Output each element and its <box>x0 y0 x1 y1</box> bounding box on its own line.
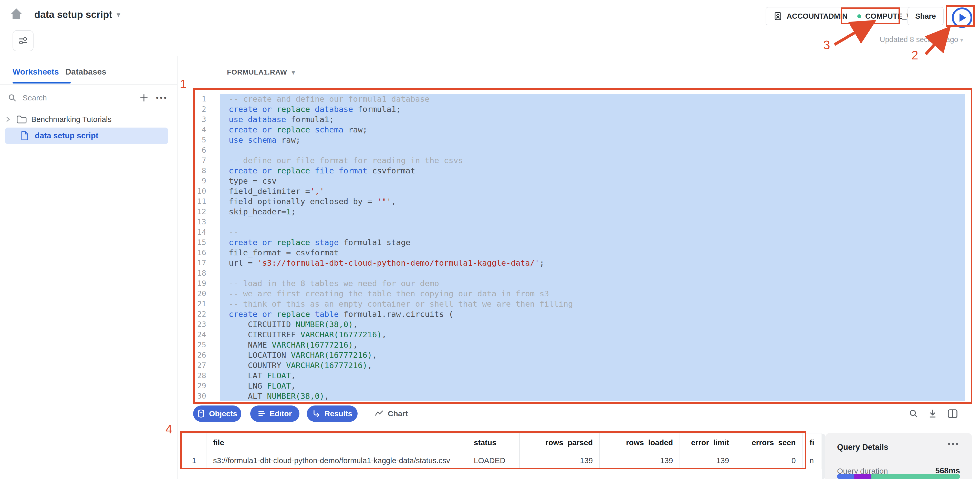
code-text <box>220 268 965 278</box>
line-number: 19 <box>193 278 206 288</box>
code-line[interactable]: 2create or replace database formula1; <box>193 104 965 114</box>
code-line[interactable]: 26 LOCATION VARCHAR(16777216), <box>193 350 965 360</box>
code-line[interactable]: 20-- we are first creating the table the… <box>193 288 965 299</box>
line-number: 17 <box>193 258 206 268</box>
chart-line-icon <box>374 410 384 418</box>
code-line[interactable]: 11field_optionally_enclosed_by = '"', <box>193 196 965 207</box>
line-number: 22 <box>193 309 206 319</box>
header-divider <box>0 56 980 56</box>
results-table-container[interactable]: filestatusrows_parsedrows_loadederror_li… <box>182 433 821 469</box>
home-button[interactable] <box>9 7 24 21</box>
query-details-menu-button[interactable]: ••• <box>948 439 960 448</box>
code-line[interactable]: 3use database formula1; <box>193 114 965 124</box>
chevron-right-icon <box>5 116 11 123</box>
code-line[interactable]: 17url = 's3://formula1-dbt-cloud-python-… <box>193 258 965 268</box>
updated-text: Updated 8 seconds ago <box>880 35 958 43</box>
session-context-pill[interactable]: ACCOUNTADMIN COMPUTE_WH <box>765 7 926 25</box>
code-line[interactable]: 25 NAME VARCHAR(16777216), <box>193 340 965 350</box>
results-button[interactable]: Results <box>307 406 358 422</box>
code-line[interactable]: 30 ALT NUMBER(38,0), <box>193 391 965 401</box>
objects-button[interactable]: Objects <box>193 406 241 422</box>
cell-rows_loaded[interactable]: 139 <box>600 452 680 469</box>
code-line[interactable]: 15create or replace stage formula1_stage <box>193 237 965 247</box>
warehouse-status-dot <box>857 14 861 18</box>
chart-label: Chart <box>388 409 408 418</box>
code-line[interactable]: 7-- define our file format for reading i… <box>193 155 965 166</box>
database-schema-selector[interactable]: FORMULA1.RAW ▾ <box>227 68 295 76</box>
code-line[interactable]: 23 CIRCUITID NUMBER(38,0), <box>193 319 965 329</box>
column-header-status[interactable]: status <box>467 433 520 452</box>
sidebar-item-folder[interactable]: Benchmarking Tutorials <box>5 112 173 127</box>
code-line[interactable]: 8create or replace file format csvformat <box>193 166 965 176</box>
query-duration-bar <box>837 474 960 479</box>
code-line[interactable]: 18 <box>193 268 965 278</box>
column-header[interactable] <box>182 433 206 452</box>
code-text: file_format = csvformat <box>220 247 965 258</box>
cell-status[interactable]: LOADED <box>467 452 520 469</box>
code-line[interactable]: 21-- think of this as an empty container… <box>193 299 965 309</box>
code-line[interactable]: 28 LAT FLOAT, <box>193 371 965 380</box>
code-line[interactable]: 27 COUNTRY VARCHAR(16777216), <box>193 360 965 371</box>
editor-button[interactable]: Editor <box>250 406 299 422</box>
code-line[interactable]: 14-- <box>193 227 965 237</box>
filter-button[interactable] <box>13 30 33 51</box>
code-line[interactable]: 22create or replace table formula1.raw.c… <box>193 309 965 319</box>
code-text: -- define our file format for reading in… <box>220 155 965 166</box>
context-label: FORMULA1.RAW <box>227 68 287 76</box>
code-line[interactable]: 9type = csv <box>193 176 965 186</box>
return-arrow-icon <box>312 410 320 418</box>
split-layout-button[interactable] <box>946 407 959 420</box>
ellipsis-icon: ••• <box>948 439 960 448</box>
sidebar-item-worksheet-selected[interactable]: data setup script <box>5 127 168 144</box>
search-input[interactable]: Search <box>8 90 115 105</box>
sql-editor[interactable]: 1-- create and define our formula1 datab… <box>193 94 965 401</box>
sidebar-menu-button[interactable]: ••• <box>154 91 170 105</box>
home-icon <box>9 7 24 21</box>
code-line[interactable]: 12skip_header=1; <box>193 207 965 217</box>
cell-error_limit[interactable]: 139 <box>680 452 736 469</box>
search-icon <box>908 409 919 419</box>
code-line[interactable]: 6 <box>193 145 965 155</box>
chevron-down-icon: ▾ <box>960 37 963 43</box>
cell-rows_parsed[interactable]: 139 <box>519 452 600 469</box>
line-number: 30 <box>193 391 206 401</box>
new-worksheet-button[interactable] <box>137 91 151 105</box>
tab-databases[interactable]: Databases <box>65 67 106 76</box>
table-row[interactable]: 1s3://formula1-dbt-cloud-python-demo/for… <box>182 452 821 469</box>
code-line[interactable]: 1-- create and define our formula1 datab… <box>193 94 965 104</box>
code-line[interactable]: 4create or replace schema raw; <box>193 124 965 135</box>
download-results-button[interactable] <box>926 407 940 420</box>
ellipsis-icon: ••• <box>156 94 168 102</box>
column-header-errors_seen[interactable]: errors_seen <box>736 433 802 452</box>
chevron-down-icon: ▾ <box>292 68 295 76</box>
table-scrollbar[interactable] <box>822 434 825 479</box>
run-button[interactable] <box>952 8 972 28</box>
code-line[interactable]: 10field_delimiter =',' <box>193 186 965 196</box>
line-number: 13 <box>193 217 206 227</box>
code-line[interactable]: 5use schema raw; <box>193 135 965 145</box>
code-line[interactable]: 19-- load in the 8 tables we need for ou… <box>193 278 965 288</box>
role-badge-icon <box>773 11 783 21</box>
code-line[interactable]: 13 <box>193 217 965 227</box>
chart-toggle[interactable]: Chart <box>374 406 408 422</box>
column-header-rows_loaded[interactable]: rows_loaded <box>600 433 680 452</box>
code-line[interactable]: 24 CIRCUITREF VARCHAR(16777216), <box>193 329 965 340</box>
code-line[interactable]: 16file_format = csvformat <box>193 247 965 258</box>
annotation-label-4: 4 <box>165 422 172 436</box>
line-number: 15 <box>193 237 206 247</box>
column-header-fi[interactable]: fi <box>803 433 821 452</box>
cell-fi[interactable]: n <box>803 452 821 469</box>
worksheet-title[interactable]: data setup script ▾ <box>34 9 120 20</box>
cell-errors_seen[interactable]: 0 <box>736 452 802 469</box>
code-text: create or replace stage formula1_stage <box>220 237 965 247</box>
tab-worksheets[interactable]: Worksheets <box>13 67 59 76</box>
share-button[interactable]: Share <box>907 7 943 25</box>
column-header-error_limit[interactable]: error_limit <box>680 433 736 452</box>
column-header-file[interactable]: file <box>206 433 467 452</box>
cell-file[interactable]: s3://formula1-dbt-cloud-python-demo/form… <box>206 452 467 469</box>
code-text: use database formula1; <box>220 114 965 124</box>
code-line[interactable]: 29 LNG FLOAT, <box>193 380 965 391</box>
updated-status[interactable]: Updated 8 seconds ago ▾ <box>743 35 963 44</box>
column-header-rows_parsed[interactable]: rows_parsed <box>519 433 600 452</box>
search-results-button[interactable] <box>907 407 921 420</box>
